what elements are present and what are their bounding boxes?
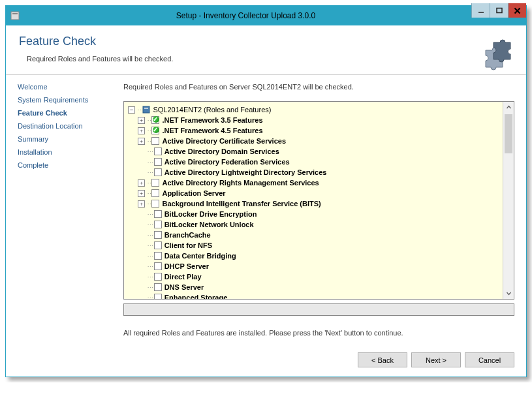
- svg-rect-7: [144, 108, 148, 109]
- maximize-button[interactable]: [490, 3, 508, 18]
- scroll-up-button[interactable]: [503, 102, 514, 113]
- tree-item-label: Direct Play: [164, 273, 202, 281]
- status-text: All required Roles and Features are inst…: [123, 329, 514, 337]
- main-description: Required Roles and Features on Server SQ…: [123, 83, 514, 91]
- tree-root-label: SQL2014ENT2 (Roles and Features): [153, 106, 271, 114]
- tree-item[interactable]: ··Active Directory Rights Management Ser…: [128, 178, 501, 188]
- checkbox-icon[interactable]: [154, 168, 162, 176]
- expand-icon[interactable]: [138, 138, 145, 145]
- checkbox-icon[interactable]: [154, 221, 162, 228]
- tree-item[interactable]: ··.NET Framework 4.5 Features: [128, 125, 501, 136]
- checkbox-icon[interactable]: [154, 283, 162, 291]
- setup-window: Setup - Inventory Collector Upload 3.0.0…: [5, 5, 527, 377]
- tree-item[interactable]: ··Application Server: [128, 188, 501, 198]
- sidebar-item-welcome[interactable]: Welcome: [18, 83, 121, 91]
- checkbox-icon[interactable]: [154, 210, 162, 218]
- sidebar-item-system-requirements[interactable]: System Requirements: [18, 96, 121, 104]
- svg-rect-0: [11, 12, 19, 20]
- checkbox-icon[interactable]: [151, 189, 159, 197]
- tree-item[interactable]: ···Active Directory Domain Services: [128, 146, 501, 157]
- header-panel: Feature Check Required Roles and Feature…: [6, 25, 526, 75]
- window-title: Setup - Inventory Collector Upload 3.0.0: [20, 11, 471, 20]
- checkbox-icon[interactable]: [154, 273, 162, 281]
- scroll-down-button[interactable]: [503, 288, 514, 299]
- tree-item[interactable]: ··Active Directory Certificate Services: [128, 136, 501, 146]
- expand-icon[interactable]: [138, 179, 145, 187]
- tree-item-label: Application Server: [162, 189, 225, 197]
- sidebar-item-feature-check[interactable]: Feature Check: [18, 109, 121, 117]
- tree-item-label: Data Center Bridging: [164, 252, 236, 260]
- checkbox-icon[interactable]: [151, 179, 159, 187]
- tree-item-label: BranchCache: [164, 231, 211, 239]
- tree-item-label: Background Intelligent Transfer Service …: [162, 200, 321, 208]
- minimize-button[interactable]: [471, 3, 490, 18]
- app-icon: [10, 10, 20, 21]
- tree-item-label: Enhanced Storage: [164, 294, 228, 299]
- tree-item[interactable]: ···Enhanced Storage: [128, 292, 501, 299]
- close-button[interactable]: [508, 3, 526, 18]
- tree-item[interactable]: ···BranchCache: [128, 230, 501, 240]
- sidebar-item-destination-location[interactable]: Destination Location: [18, 122, 121, 130]
- checkbox-icon[interactable]: [151, 137, 159, 145]
- tree-item-label: .NET Framework 4.5 Features: [162, 127, 262, 134]
- checkbox-icon[interactable]: [154, 158, 162, 166]
- tree-item-label: BitLocker Drive Encryption: [164, 210, 257, 218]
- tree-item-label: Active Directory Domain Services: [164, 147, 279, 155]
- main-panel: Required Roles and Features on Server SQ…: [123, 75, 526, 345]
- tree-item-label: Active Directory Lightweight Directory S…: [164, 168, 327, 176]
- tree-item[interactable]: ···Data Center Bridging: [128, 251, 501, 261]
- tree-item[interactable]: ···DNS Server: [128, 282, 501, 292]
- tree-item-label: BitLocker Network Unlock: [164, 221, 254, 228]
- checkbox-icon[interactable]: [154, 252, 162, 260]
- sidebar-item-summary[interactable]: Summary: [18, 135, 121, 143]
- server-icon: [142, 105, 151, 114]
- vertical-scrollbar[interactable]: [503, 102, 514, 299]
- back-button[interactable]: < Back: [358, 352, 407, 367]
- tree-item[interactable]: ···Client for NFS: [128, 240, 501, 251]
- svg-rect-3: [497, 8, 502, 13]
- body: WelcomeSystem RequirementsFeature CheckD…: [6, 75, 526, 345]
- tree-item[interactable]: ··Background Intelligent Transfer Servic…: [128, 198, 501, 209]
- tree-item[interactable]: ···Active Directory Federation Services: [128, 157, 501, 167]
- expand-icon[interactable]: [138, 127, 145, 134]
- expand-icon[interactable]: [138, 190, 145, 197]
- page-title: Feature Check: [19, 35, 513, 48]
- tree-item[interactable]: ···BitLocker Drive Encryption: [128, 209, 501, 219]
- checkbox-icon[interactable]: [151, 116, 159, 124]
- tree-item[interactable]: ··.NET Framework 3.5 Features: [128, 115, 501, 125]
- cancel-button[interactable]: Cancel: [465, 352, 514, 367]
- checkbox-icon[interactable]: [154, 241, 162, 249]
- collapse-icon[interactable]: [128, 106, 135, 114]
- expand-icon[interactable]: [138, 117, 145, 124]
- svg-rect-1: [12, 13, 18, 14]
- tree-item[interactable]: ···Active Directory Lightweight Director…: [128, 167, 501, 178]
- tree-item-label: Active Directory Certificate Services: [162, 137, 286, 145]
- footer-buttons: < Back Next > Cancel: [6, 345, 526, 377]
- tree-item[interactable]: ···DHCP Server: [128, 261, 501, 271]
- scroll-track[interactable]: [503, 113, 514, 288]
- checkbox-icon[interactable]: [154, 294, 162, 299]
- window-controls: [471, 6, 526, 25]
- checkbox-icon[interactable]: [154, 147, 162, 155]
- checkbox-icon[interactable]: [154, 262, 162, 270]
- puzzle-icon: [482, 39, 514, 74]
- scroll-thumb[interactable]: [505, 114, 512, 153]
- feature-tree-container: ··SQL2014ENT2 (Roles and Features)··.NET…: [123, 101, 514, 300]
- tree-item[interactable]: ···Direct Play: [128, 271, 501, 282]
- checkbox-icon[interactable]: [151, 200, 159, 208]
- titlebar[interactable]: Setup - Inventory Collector Upload 3.0.0: [6, 6, 526, 25]
- svg-rect-6: [143, 106, 149, 113]
- checkbox-icon[interactable]: [151, 127, 159, 134]
- feature-tree[interactable]: ··SQL2014ENT2 (Roles and Features)··.NET…: [124, 102, 503, 299]
- tree-item-label: .NET Framework 3.5 Features: [162, 116, 262, 124]
- sidebar-item-complete[interactable]: Complete: [18, 161, 121, 169]
- next-button[interactable]: Next >: [411, 352, 461, 367]
- tree-item[interactable]: ···BitLocker Network Unlock: [128, 219, 501, 230]
- sidebar-item-installation[interactable]: Installation: [18, 148, 121, 156]
- checkbox-icon[interactable]: [154, 231, 162, 239]
- page-subtitle: Required Roles and Features will be chec…: [27, 55, 513, 63]
- tree-item-label: Active Directory Federation Services: [164, 158, 290, 166]
- tree-item-label: Client for NFS: [164, 241, 212, 249]
- tree-root[interactable]: ··SQL2014ENT2 (Roles and Features): [128, 104, 501, 115]
- expand-icon[interactable]: [138, 200, 145, 208]
